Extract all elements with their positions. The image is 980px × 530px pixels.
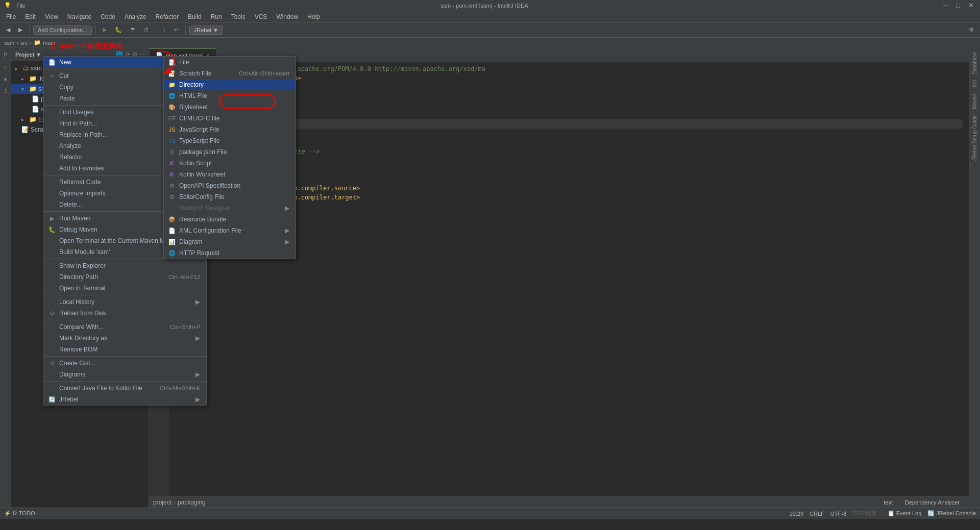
submenu-ts[interactable]: TS TypeScript File xyxy=(164,135,296,146)
ctx-remove-bom[interactable]: Remove BOM xyxy=(44,344,206,355)
submenu-kotlin-worksheet[interactable]: K Kotlin Worksheet xyxy=(164,169,296,180)
title-bar-buttons: ─ □ ✕ xyxy=(941,2,976,9)
close-button[interactable]: ✕ xyxy=(966,2,976,9)
submenu-scratch[interactable]: 📝 Scratch File Ctrl+Alt+Shift+Insert xyxy=(164,68,296,79)
bottom-tab-text[interactable]: text xyxy=(878,498,898,507)
toolbar-icon-2[interactable]: ▶ xyxy=(15,26,26,34)
ctx-dir-path[interactable]: Directory Path Ctrl+Alt+F12 xyxy=(44,271,206,283)
status-todo[interactable]: ⚡ 6: TODO xyxy=(4,510,35,517)
ctx-local-history[interactable]: Local History ▶ xyxy=(44,296,206,308)
database-tab[interactable]: Database xyxy=(971,50,978,76)
ctx-mark-dir[interactable]: Mark Directory as ▶ xyxy=(44,333,206,344)
ctx-gist-icon: ⊙ xyxy=(48,359,56,367)
ctx-reload[interactable]: ⟳ Reload from Disk xyxy=(44,308,206,319)
menu-help[interactable]: Help xyxy=(303,12,324,21)
ctx-compare[interactable]: Compare With... Ctrl+Shift+P xyxy=(44,321,206,333)
project-icon[interactable]: P xyxy=(1,50,10,59)
submenu-http[interactable]: 🌐 HTTP Request xyxy=(164,247,296,259)
submenu-openapi-label: OpenAPI Specification xyxy=(179,182,240,189)
ctx-jrebel[interactable]: 🔄 JRebel ▶ xyxy=(44,394,206,405)
ctx-open-terminal-icon xyxy=(48,284,56,292)
ctx-analyze-icon xyxy=(48,142,56,150)
menu-build[interactable]: Build xyxy=(184,12,206,21)
breadcrumb-ssm[interactable]: ssm xyxy=(4,40,14,46)
submenu-html[interactable]: 🌐 HTML File xyxy=(164,90,296,102)
debug-button[interactable]: 🐛 xyxy=(112,26,125,34)
submenu-kotlin-worksheet-label: Kotlin Worksheet xyxy=(179,171,226,178)
submenu-stylesheet[interactable]: 🎨 Stylesheet xyxy=(164,102,296,113)
menu-code[interactable]: Code xyxy=(96,12,119,21)
favorites-icon[interactable]: ★ xyxy=(1,74,10,84)
submenu-openapi[interactable]: ⚙ OpenAPI Specification xyxy=(164,180,296,191)
ctx-diagrams[interactable]: Diagrams ▶ xyxy=(44,369,206,380)
ctx-show-explorer-icon xyxy=(48,262,56,270)
menu-navigate[interactable]: Navigate xyxy=(63,12,95,21)
menu-edit[interactable]: Edit xyxy=(21,12,40,21)
tree-arrow-ssm: ▸ xyxy=(15,66,21,71)
submenu-swing-arrow: ▶ xyxy=(285,205,289,212)
menu-refactor[interactable]: Refactor xyxy=(152,12,183,21)
submenu-cfml[interactable]: CF CFML/CFC file xyxy=(164,113,296,124)
submenu-package-json[interactable]: {} package.json File xyxy=(164,146,296,158)
ctx-add-favorites-icon xyxy=(48,164,56,172)
menu-file[interactable]: File xyxy=(14,3,28,9)
code-breadcrumb-project[interactable]: project xyxy=(153,499,172,506)
maven-tab[interactable]: Maven xyxy=(971,92,978,111)
submenu-file-icon: 📄 xyxy=(168,58,176,66)
ctx-dir-path-shortcut: Ctrl+Alt+F12 xyxy=(168,274,200,280)
ctx-gist[interactable]: ⊙ Create Gist... xyxy=(44,358,206,369)
submenu-ts-label: TypeScript File xyxy=(179,137,219,144)
event-log-button[interactable]: 📋 Event Log xyxy=(888,510,922,517)
jrebel-console-button[interactable]: 🔄 JRebel Console xyxy=(927,510,976,517)
submenu-diagram[interactable]: 📊 Diagram ▶ xyxy=(164,236,296,247)
update-button[interactable]: ↑ xyxy=(160,26,169,34)
jrebel-setup-tab[interactable]: JRebel Setup Guide xyxy=(971,113,978,163)
status-crlf[interactable]: CRLF xyxy=(810,511,824,517)
ctx-convert-java[interactable]: Convert Java File to Kotlin File Ctrl+Al… xyxy=(44,383,206,394)
submenu-file[interactable]: 📄 File xyxy=(164,57,296,68)
menu-window[interactable]: Window xyxy=(272,12,302,21)
code-breadcrumb-packaging[interactable]: packaging xyxy=(178,499,206,506)
menu-analyze[interactable]: Analyze xyxy=(120,12,151,21)
ctx-show-explorer[interactable]: Show in Explorer xyxy=(44,260,206,271)
bottom-tab-dependency[interactable]: Dependency Analyzer xyxy=(900,498,965,507)
structure-icon[interactable]: ≡ xyxy=(1,62,10,71)
menu-file[interactable]: File xyxy=(2,12,20,21)
settings-button[interactable]: ⚙ xyxy=(966,26,977,34)
minimize-button[interactable]: ─ xyxy=(941,2,950,9)
rollback-button[interactable]: ↩ xyxy=(171,26,182,34)
ctx-local-history-arrow: ▶ xyxy=(195,298,200,306)
menu-vcs[interactable]: VCS xyxy=(251,12,272,21)
menu-bar: File Edit View Navigate Code Analyze Ref… xyxy=(0,11,980,22)
ctx-open-terminal[interactable]: Open in Terminal xyxy=(44,283,206,294)
ctx-compare-label: Compare With... xyxy=(59,323,104,331)
run-button[interactable]: ▶ xyxy=(100,26,110,34)
submenu-editorconfig[interactable]: ⚙ EditorConfig File xyxy=(164,191,296,203)
submenu-js[interactable]: JS JavaScript File xyxy=(164,124,296,135)
toolbar-icon-1[interactable]: ◀ xyxy=(3,26,13,34)
breadcrumb-main[interactable]: main xyxy=(43,40,55,46)
submenu-kotlin-worksheet-icon: K xyxy=(168,170,176,179)
breadcrumb-folder-icon: 📁 xyxy=(34,39,41,46)
submenu-kotlin-script[interactable]: K Kotlin Script xyxy=(164,158,296,169)
profile-button[interactable]: ⏱ xyxy=(140,26,152,34)
maximize-button[interactable]: □ xyxy=(954,2,962,9)
submenu-directory[interactable]: 📁 Directory xyxy=(164,79,296,90)
submenu-stylesheet-label: Stylesheet xyxy=(179,104,208,111)
jrebel-side-icon[interactable]: J xyxy=(1,87,10,96)
submenu-cfml-label: CFML/CFC file xyxy=(179,115,219,122)
menu-tools[interactable]: Tools xyxy=(227,12,250,21)
ctx-mark-dir-arrow: ▶ xyxy=(195,335,200,342)
breadcrumb-src[interactable]: src xyxy=(20,40,28,46)
coverage-button[interactable]: ☂ xyxy=(127,26,138,34)
status-encoding[interactable]: UTF-8 xyxy=(830,511,846,517)
submenu-resource-bundle[interactable]: 📦 Resource Bundle xyxy=(164,214,296,225)
ant-tab[interactable]: Ant xyxy=(971,78,978,90)
submenu-xml-config[interactable]: 📄 XML Configuration File ▶ xyxy=(164,225,296,236)
ctx-convert-java-label: Convert Java File to Kotlin File xyxy=(59,385,142,392)
menu-view[interactable]: View xyxy=(41,12,62,21)
add-configuration-button[interactable]: Add Configuration... xyxy=(33,26,92,35)
submenu-swing: Swing UI Designer ▶ xyxy=(164,203,296,214)
menu-run[interactable]: Run xyxy=(207,12,226,21)
jrebel-button[interactable]: JRebel ▼ xyxy=(189,26,223,35)
